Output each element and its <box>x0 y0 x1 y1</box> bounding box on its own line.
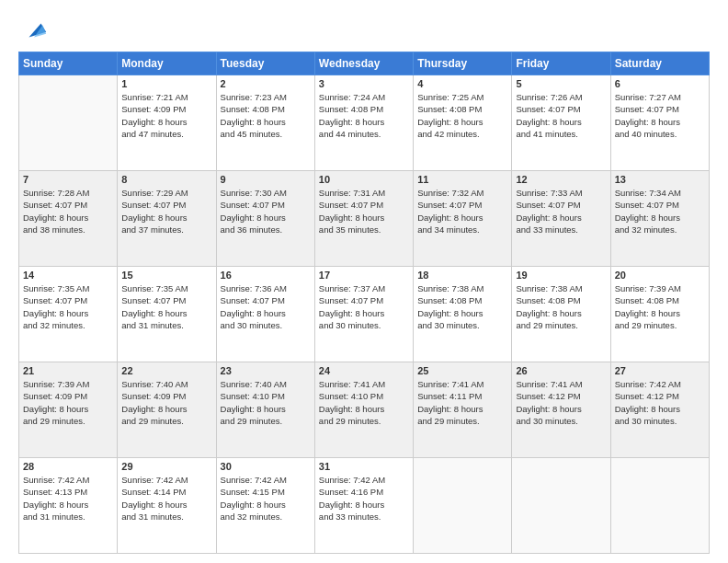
calendar-cell: 26Sunrise: 7:41 AM Sunset: 4:12 PM Dayli… <box>512 362 610 458</box>
header <box>18 17 710 42</box>
day-number: 21 <box>23 365 113 376</box>
day-number: 7 <box>23 174 113 185</box>
day-info: Sunrise: 7:39 AM Sunset: 4:09 PM Dayligh… <box>23 378 113 427</box>
day-number: 13 <box>615 174 705 185</box>
week-row-4: 21Sunrise: 7:39 AM Sunset: 4:09 PM Dayli… <box>19 362 710 458</box>
day-number: 9 <box>221 174 311 185</box>
day-info: Sunrise: 7:29 AM Sunset: 4:07 PM Dayligh… <box>121 187 211 236</box>
calendar-cell: 4Sunrise: 7:25 AM Sunset: 4:08 PM Daylig… <box>414 75 512 171</box>
day-info: Sunrise: 7:39 AM Sunset: 4:08 PM Dayligh… <box>615 282 705 331</box>
weekday-header-sunday: Sunday <box>19 52 118 75</box>
day-number: 3 <box>319 78 409 89</box>
day-info: Sunrise: 7:23 AM Sunset: 4:08 PM Dayligh… <box>221 91 311 140</box>
day-number: 30 <box>221 461 311 472</box>
calendar-cell: 12Sunrise: 7:33 AM Sunset: 4:07 PM Dayli… <box>512 171 610 267</box>
day-number: 29 <box>121 461 211 472</box>
week-row-5: 28Sunrise: 7:42 AM Sunset: 4:13 PM Dayli… <box>19 458 710 554</box>
calendar-cell: 17Sunrise: 7:37 AM Sunset: 4:07 PM Dayli… <box>314 267 413 362</box>
day-info: Sunrise: 7:33 AM Sunset: 4:07 PM Dayligh… <box>516 187 606 236</box>
day-info: Sunrise: 7:41 AM Sunset: 4:10 PM Dayligh… <box>319 378 409 427</box>
calendar-cell <box>414 458 512 554</box>
day-info: Sunrise: 7:42 AM Sunset: 4:14 PM Dayligh… <box>121 474 211 523</box>
calendar-cell <box>19 75 118 171</box>
day-info: Sunrise: 7:36 AM Sunset: 4:07 PM Dayligh… <box>221 282 311 331</box>
day-info: Sunrise: 7:21 AM Sunset: 4:09 PM Dayligh… <box>121 91 211 140</box>
calendar-cell: 28Sunrise: 7:42 AM Sunset: 4:13 PM Dayli… <box>19 458 118 554</box>
calendar-cell: 24Sunrise: 7:41 AM Sunset: 4:10 PM Dayli… <box>314 362 413 458</box>
day-info: Sunrise: 7:27 AM Sunset: 4:07 PM Dayligh… <box>615 91 705 140</box>
calendar-cell: 18Sunrise: 7:38 AM Sunset: 4:08 PM Dayli… <box>414 267 512 362</box>
day-info: Sunrise: 7:30 AM Sunset: 4:07 PM Dayligh… <box>221 187 311 236</box>
calendar-cell: 30Sunrise: 7:42 AM Sunset: 4:15 PM Dayli… <box>216 458 314 554</box>
calendar-cell: 22Sunrise: 7:40 AM Sunset: 4:09 PM Dayli… <box>118 362 216 458</box>
day-info: Sunrise: 7:38 AM Sunset: 4:08 PM Dayligh… <box>417 282 507 331</box>
day-number: 20 <box>615 270 705 281</box>
calendar-cell: 27Sunrise: 7:42 AM Sunset: 4:12 PM Dayli… <box>610 362 709 458</box>
calendar-cell: 8Sunrise: 7:29 AM Sunset: 4:07 PM Daylig… <box>118 171 216 267</box>
day-number: 17 <box>319 270 409 281</box>
week-row-1: 1Sunrise: 7:21 AM Sunset: 4:09 PM Daylig… <box>19 75 710 171</box>
day-number: 5 <box>516 78 606 89</box>
weekday-header-saturday: Saturday <box>610 52 709 75</box>
day-info: Sunrise: 7:40 AM Sunset: 4:09 PM Dayligh… <box>121 378 211 427</box>
day-number: 14 <box>23 270 113 281</box>
logo-icon <box>22 17 48 42</box>
day-number: 15 <box>121 270 211 281</box>
day-info: Sunrise: 7:32 AM Sunset: 4:07 PM Dayligh… <box>417 187 507 236</box>
calendar-table: SundayMondayTuesdayWednesdayThursdayFrid… <box>18 52 710 554</box>
day-number: 10 <box>319 174 409 185</box>
day-info: Sunrise: 7:41 AM Sunset: 4:12 PM Dayligh… <box>516 378 606 427</box>
weekday-header-monday: Monday <box>118 52 216 75</box>
day-info: Sunrise: 7:34 AM Sunset: 4:07 PM Dayligh… <box>615 187 705 236</box>
day-number: 26 <box>516 365 606 376</box>
calendar-cell: 14Sunrise: 7:35 AM Sunset: 4:07 PM Dayli… <box>19 267 118 362</box>
calendar-cell: 21Sunrise: 7:39 AM Sunset: 4:09 PM Dayli… <box>19 362 118 458</box>
weekday-header-tuesday: Tuesday <box>216 52 314 75</box>
day-info: Sunrise: 7:42 AM Sunset: 4:15 PM Dayligh… <box>221 474 311 523</box>
weekday-header-wednesday: Wednesday <box>314 52 413 75</box>
calendar-cell: 2Sunrise: 7:23 AM Sunset: 4:08 PM Daylig… <box>216 75 314 171</box>
day-number: 19 <box>516 270 606 281</box>
calendar-cell: 20Sunrise: 7:39 AM Sunset: 4:08 PM Dayli… <box>610 267 709 362</box>
day-number: 2 <box>221 78 311 89</box>
calendar-cell: 29Sunrise: 7:42 AM Sunset: 4:14 PM Dayli… <box>118 458 216 554</box>
day-number: 6 <box>615 78 705 89</box>
day-info: Sunrise: 7:26 AM Sunset: 4:07 PM Dayligh… <box>516 91 606 140</box>
day-info: Sunrise: 7:24 AM Sunset: 4:08 PM Dayligh… <box>319 91 409 140</box>
calendar-cell: 16Sunrise: 7:36 AM Sunset: 4:07 PM Dayli… <box>216 267 314 362</box>
day-info: Sunrise: 7:28 AM Sunset: 4:07 PM Dayligh… <box>23 187 113 236</box>
day-number: 8 <box>121 174 211 185</box>
calendar-cell <box>610 458 709 554</box>
day-number: 28 <box>23 461 113 472</box>
day-info: Sunrise: 7:42 AM Sunset: 4:16 PM Dayligh… <box>319 474 409 523</box>
calendar-cell <box>512 458 610 554</box>
week-row-3: 14Sunrise: 7:35 AM Sunset: 4:07 PM Dayli… <box>19 267 710 362</box>
day-number: 25 <box>417 365 507 376</box>
calendar-cell: 19Sunrise: 7:38 AM Sunset: 4:08 PM Dayli… <box>512 267 610 362</box>
calendar-cell: 13Sunrise: 7:34 AM Sunset: 4:07 PM Dayli… <box>610 171 709 267</box>
weekday-header-thursday: Thursday <box>414 52 512 75</box>
day-info: Sunrise: 7:37 AM Sunset: 4:07 PM Dayligh… <box>319 282 409 331</box>
calendar-cell: 1Sunrise: 7:21 AM Sunset: 4:09 PM Daylig… <box>118 75 216 171</box>
day-info: Sunrise: 7:35 AM Sunset: 4:07 PM Dayligh… <box>121 282 211 331</box>
calendar-cell: 9Sunrise: 7:30 AM Sunset: 4:07 PM Daylig… <box>216 171 314 267</box>
day-number: 24 <box>319 365 409 376</box>
day-number: 23 <box>221 365 311 376</box>
day-number: 11 <box>417 174 507 185</box>
day-info: Sunrise: 7:25 AM Sunset: 4:08 PM Dayligh… <box>417 91 507 140</box>
day-number: 12 <box>516 174 606 185</box>
calendar-cell: 25Sunrise: 7:41 AM Sunset: 4:11 PM Dayli… <box>414 362 512 458</box>
day-number: 16 <box>221 270 311 281</box>
day-number: 1 <box>121 78 211 89</box>
day-number: 22 <box>121 365 211 376</box>
day-info: Sunrise: 7:38 AM Sunset: 4:08 PM Dayligh… <box>516 282 606 331</box>
calendar-cell: 10Sunrise: 7:31 AM Sunset: 4:07 PM Dayli… <box>314 171 413 267</box>
logo <box>18 17 48 42</box>
calendar-cell: 11Sunrise: 7:32 AM Sunset: 4:07 PM Dayli… <box>414 171 512 267</box>
day-info: Sunrise: 7:31 AM Sunset: 4:07 PM Dayligh… <box>319 187 409 236</box>
calendar-cell: 15Sunrise: 7:35 AM Sunset: 4:07 PM Dayli… <box>118 267 216 362</box>
week-row-2: 7Sunrise: 7:28 AM Sunset: 4:07 PM Daylig… <box>19 171 710 267</box>
calendar-cell: 3Sunrise: 7:24 AM Sunset: 4:08 PM Daylig… <box>314 75 413 171</box>
calendar-cell: 6Sunrise: 7:27 AM Sunset: 4:07 PM Daylig… <box>610 75 709 171</box>
weekday-header-friday: Friday <box>512 52 610 75</box>
